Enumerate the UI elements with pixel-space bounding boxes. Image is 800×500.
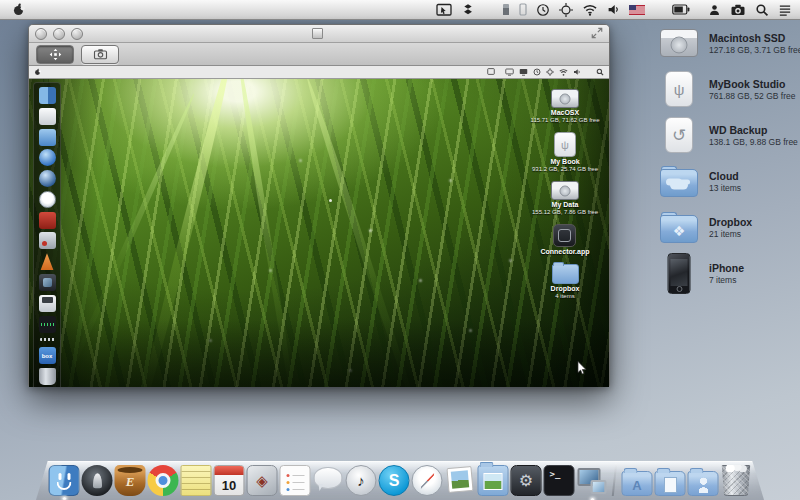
device-phone-icon[interactable] (519, 3, 527, 16)
remote-dock-chat-icon[interactable] (39, 129, 56, 146)
volume-icon[interactable] (607, 3, 620, 16)
desktop-icon-label: WD Backup138.1 GB, 9.88 GB free (709, 124, 798, 147)
screenshot-button[interactable] (81, 45, 119, 64)
screen-sharing-window[interactable]: MacOSX115.71 GB, 71.62 GB freeMy Book931… (28, 24, 610, 387)
remote-dock-audio-icon[interactable] (39, 316, 56, 333)
reminders-dock-icon[interactable] (280, 465, 311, 496)
desktop-icon-iphone[interactable]: iPhone7 items (658, 255, 798, 291)
grass-blade (57, 92, 197, 387)
emacs-dock-icon[interactable] (115, 465, 146, 496)
preview-dock-icon[interactable] (445, 465, 476, 496)
camera-icon[interactable] (730, 3, 746, 16)
remote-desktop-icon-dropbox[interactable]: Dropbox4 items (551, 264, 580, 299)
remote-display-icon[interactable] (505, 68, 514, 77)
remote-dock-frontrow-icon[interactable] (39, 212, 56, 229)
remote-menu-bar[interactable] (29, 66, 609, 79)
cloud-folder-icon (658, 163, 700, 199)
chrome-dock-icon[interactable] (148, 465, 179, 496)
remote-dock-preview-icon[interactable] (39, 108, 56, 125)
desktop-icon-cloud[interactable]: Cloud13 items (658, 163, 798, 199)
desktop-icon-label: Cloud13 items (709, 170, 741, 193)
spotlight-icon[interactable] (755, 3, 769, 17)
battery-icon[interactable] (672, 4, 690, 15)
remote-dock-ipod-icon[interactable] (39, 295, 56, 312)
remote-dock-iphoto-icon[interactable] (39, 274, 56, 291)
remote-dock-minimized-icon[interactable] (39, 336, 56, 343)
remote-dock-vlc-icon[interactable] (39, 253, 56, 270)
launchpad-dock-icon[interactable] (82, 465, 113, 496)
remote-apple-menu-icon[interactable] (34, 68, 41, 76)
users-folder-dock-icon[interactable] (688, 471, 719, 496)
desktop-icon-label: Dropbox21 items (709, 216, 752, 239)
remote-cursor-icon (577, 361, 587, 379)
remote-desktop-icon-my-book[interactable]: My Book931.2 GB, 25.74 GB free (532, 132, 598, 172)
desktop-icon-wd-backup[interactable]: ↺WD Backup138.1 GB, 9.88 GB free (658, 117, 798, 153)
notification-center-icon[interactable] (778, 4, 792, 16)
remote-dock-itunes-icon[interactable] (39, 149, 56, 166)
input-flag-icon[interactable] (629, 5, 645, 15)
automator-dock-icon[interactable] (247, 465, 278, 496)
remote-desktop-icon-my-data[interactable]: My Data155.12 GB, 7.86 GB free (532, 181, 598, 215)
gear-dock-icon[interactable] (511, 465, 542, 496)
calendar-dock-icon[interactable]: 10 (214, 465, 245, 496)
applications-folder-dock-icon[interactable] (622, 471, 653, 496)
icon-info-label: 21 items (709, 229, 752, 239)
finder-eyes (59, 473, 62, 480)
fit-screen-button[interactable] (36, 45, 74, 64)
remote-spotlight-icon[interactable] (596, 68, 604, 77)
documents-folder-dock-icon[interactable] (655, 471, 686, 496)
remote-screen[interactable]: MacOSX115.71 GB, 71.62 GB freeMy Book931… (29, 66, 609, 387)
remote-wifi-icon[interactable] (559, 68, 568, 77)
photos-dock-icon[interactable] (478, 465, 509, 496)
itunes-dock-icon[interactable] (346, 465, 377, 496)
remote-menu-status-area (487, 68, 604, 77)
desktop-icon-dropbox[interactable]: ❖Dropbox21 items (658, 209, 798, 245)
skype-dock-icon[interactable] (379, 465, 410, 496)
icon-name-label: My Book (550, 158, 579, 165)
minimize-button[interactable] (53, 28, 65, 40)
remote-desktop-icon-connector-app[interactable]: Connector.app (540, 224, 589, 255)
time-machine-icon[interactable] (536, 3, 550, 17)
remote-dock-sphere-icon[interactable] (39, 170, 56, 187)
hard-drive-icon (551, 89, 579, 108)
remote-desktop-wallpaper: MacOSX115.71 GB, 71.62 GB freeMy Book931… (29, 79, 609, 387)
dropbox-folder-icon: ❖ (658, 209, 700, 245)
apple-menu-icon[interactable] (12, 2, 25, 17)
remote-window-menu-icon[interactable] (487, 68, 495, 76)
remote-display2-icon[interactable] (519, 68, 528, 77)
safari-dock-icon[interactable] (412, 465, 443, 496)
remote-desktop-icon-macosx[interactable]: MacOSX115.71 GB, 71.62 GB free (531, 89, 600, 123)
location-icon[interactable] (559, 3, 573, 17)
remote-dock-safari-icon[interactable] (39, 191, 56, 208)
desktop-icon-mybook-studio[interactable]: ψMyBook Studio761.88 GB, 52 GB free (658, 71, 798, 107)
screen-sharing-dock-icon[interactable] (577, 465, 608, 496)
close-button[interactable] (35, 28, 47, 40)
window-title-bar[interactable] (29, 25, 609, 43)
desktop-icon-label: iPhone7 items (709, 262, 744, 285)
screen-sharing-menu-icon[interactable] (436, 3, 452, 17)
terminal-dock-icon[interactable] (544, 465, 575, 496)
icon-name-label: Dropbox (709, 216, 752, 228)
user-icon[interactable] (708, 3, 721, 17)
remote-dock-finder-icon[interactable] (39, 87, 56, 104)
menu-bar (0, 0, 800, 20)
remote-dock-box-icon[interactable] (39, 347, 56, 364)
device-battery-icon[interactable] (502, 3, 510, 16)
fullscreen-corner-icon[interactable] (591, 25, 603, 43)
remote-volume-icon[interactable] (573, 68, 581, 77)
zoom-button[interactable] (71, 28, 83, 40)
calendar-header (215, 466, 244, 475)
stickies-dock-icon[interactable] (181, 465, 212, 496)
desktop-icon-macintosh-ssd[interactable]: Macintosh SSD127.18 GB, 3.71 GB free (658, 25, 798, 61)
messages-dock-icon[interactable] (313, 465, 344, 496)
remote-dock-trash-icon[interactable] (39, 368, 56, 385)
remote-location-icon[interactable] (546, 68, 554, 77)
dropbox-menu-icon[interactable] (461, 3, 475, 16)
wifi-icon[interactable] (582, 3, 598, 16)
remote-dock-phone-icon[interactable] (39, 232, 56, 249)
icon-name-label: Macintosh SSD (709, 32, 800, 44)
finder-dock-icon[interactable] (49, 465, 80, 496)
trash-dock-icon[interactable] (721, 465, 752, 496)
remote-clock-icon[interactable] (533, 68, 541, 77)
window-proxy-icon (312, 28, 323, 39)
